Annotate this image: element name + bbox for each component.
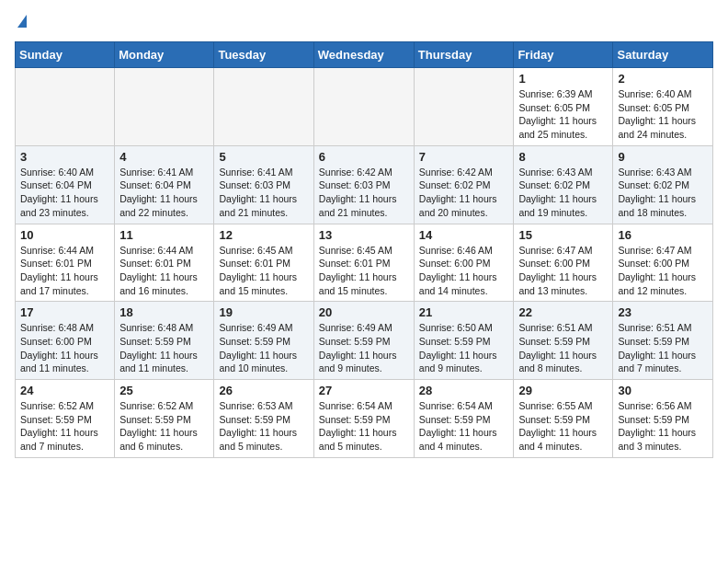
day-info: Sunrise: 6:46 AM Sunset: 6:00 PM Dayligh… [419,244,509,298]
day-number: 26 [219,384,308,397]
day-number: 12 [219,228,308,242]
calendar-cell: 24Sunrise: 6:52 AM Sunset: 5:59 PM Dayli… [16,380,115,458]
day-info: Sunrise: 6:42 AM Sunset: 6:03 PM Dayligh… [319,166,409,220]
day-info: Sunrise: 6:43 AM Sunset: 6:02 PM Dayligh… [618,166,708,220]
calendar-table: SundayMondayTuesdayWednesdayThursdayFrid… [15,41,713,458]
calendar-header: SundayMondayTuesdayWednesdayThursdayFrid… [16,42,713,68]
calendar-cell: 11Sunrise: 6:44 AM Sunset: 6:01 PM Dayli… [115,224,214,302]
day-info: Sunrise: 6:52 AM Sunset: 5:59 PM Dayligh… [20,399,109,454]
day-number: 17 [20,305,109,319]
calendar-cell: 10Sunrise: 6:44 AM Sunset: 6:01 PM Dayli… [16,224,115,302]
day-info: Sunrise: 6:41 AM Sunset: 6:03 PM Dayligh… [219,166,308,220]
calendar-cell: 15Sunrise: 6:47 AM Sunset: 6:00 PM Dayli… [514,224,613,302]
calendar-cell [313,68,414,146]
day-number: 6 [319,150,409,164]
calendar-cell: 28Sunrise: 6:54 AM Sunset: 5:59 PM Dayli… [414,380,514,458]
day-number: 9 [618,150,708,164]
day-info: Sunrise: 6:47 AM Sunset: 6:00 PM Dayligh… [518,244,608,298]
calendar-cell: 18Sunrise: 6:48 AM Sunset: 5:59 PM Dayli… [115,302,214,380]
day-number: 10 [20,228,109,242]
page: SundayMondayTuesdayWednesdayThursdayFrid… [0,0,728,473]
logo [15,15,27,30]
day-info: Sunrise: 6:44 AM Sunset: 6:01 PM Dayligh… [20,244,109,298]
day-info: Sunrise: 6:51 AM Sunset: 5:59 PM Dayligh… [618,321,708,375]
calendar-cell: 16Sunrise: 6:47 AM Sunset: 6:00 PM Dayli… [613,224,713,302]
calendar-week-1: 1Sunrise: 6:39 AM Sunset: 6:05 PM Daylig… [16,68,713,146]
weekday-header-friday: Friday [514,42,613,68]
day-number: 21 [419,305,509,319]
header [15,15,713,30]
day-number: 19 [219,305,308,319]
calendar-cell: 3Sunrise: 6:40 AM Sunset: 6:04 PM Daylig… [16,145,115,224]
calendar-cell: 29Sunrise: 6:55 AM Sunset: 5:59 PM Dayli… [514,380,613,458]
day-info: Sunrise: 6:53 AM Sunset: 5:59 PM Dayligh… [219,399,308,454]
day-number: 23 [618,305,708,319]
day-info: Sunrise: 6:39 AM Sunset: 6:05 PM Dayligh… [518,87,608,142]
calendar-cell: 20Sunrise: 6:49 AM Sunset: 5:59 PM Dayli… [313,302,414,380]
calendar-week-5: 24Sunrise: 6:52 AM Sunset: 5:59 PM Dayli… [16,380,713,458]
calendar-cell: 9Sunrise: 6:43 AM Sunset: 6:02 PM Daylig… [613,145,713,224]
calendar-cell: 7Sunrise: 6:42 AM Sunset: 6:02 PM Daylig… [414,145,514,224]
calendar-cell: 5Sunrise: 6:41 AM Sunset: 6:03 PM Daylig… [214,145,313,224]
day-number: 28 [419,384,509,397]
calendar-cell: 17Sunrise: 6:48 AM Sunset: 6:00 PM Dayli… [16,302,115,380]
calendar-week-2: 3Sunrise: 6:40 AM Sunset: 6:04 PM Daylig… [16,145,713,224]
day-info: Sunrise: 6:45 AM Sunset: 6:01 PM Dayligh… [219,244,308,298]
calendar-cell: 13Sunrise: 6:45 AM Sunset: 6:01 PM Dayli… [313,224,414,302]
day-info: Sunrise: 6:41 AM Sunset: 6:04 PM Dayligh… [119,166,209,220]
calendar-cell: 14Sunrise: 6:46 AM Sunset: 6:00 PM Dayli… [414,224,514,302]
day-info: Sunrise: 6:55 AM Sunset: 5:59 PM Dayligh… [518,399,608,454]
day-number: 27 [319,384,409,397]
day-number: 13 [319,228,409,242]
calendar-cell: 26Sunrise: 6:53 AM Sunset: 5:59 PM Dayli… [214,380,313,458]
day-info: Sunrise: 6:52 AM Sunset: 5:59 PM Dayligh… [119,399,209,454]
day-number: 2 [618,72,708,86]
day-info: Sunrise: 6:40 AM Sunset: 6:05 PM Dayligh… [618,87,708,142]
day-info: Sunrise: 6:45 AM Sunset: 6:01 PM Dayligh… [319,244,409,298]
calendar-week-4: 17Sunrise: 6:48 AM Sunset: 6:00 PM Dayli… [16,302,713,380]
calendar-body: 1Sunrise: 6:39 AM Sunset: 6:05 PM Daylig… [16,68,713,458]
day-info: Sunrise: 6:49 AM Sunset: 5:59 PM Dayligh… [319,321,409,375]
day-number: 3 [20,150,109,164]
day-number: 22 [518,305,608,319]
day-info: Sunrise: 6:51 AM Sunset: 5:59 PM Dayligh… [518,321,608,375]
day-info: Sunrise: 6:47 AM Sunset: 6:00 PM Dayligh… [618,244,708,298]
weekday-header-wednesday: Wednesday [313,42,414,68]
logo-triangle-icon [17,15,27,28]
weekday-header-thursday: Thursday [414,42,514,68]
calendar-cell: 27Sunrise: 6:54 AM Sunset: 5:59 PM Dayli… [313,380,414,458]
day-number: 16 [618,228,708,242]
calendar-week-3: 10Sunrise: 6:44 AM Sunset: 6:01 PM Dayli… [16,224,713,302]
calendar-cell: 25Sunrise: 6:52 AM Sunset: 5:59 PM Dayli… [115,380,214,458]
calendar-cell [16,68,115,146]
day-number: 20 [319,305,409,319]
weekday-header-tuesday: Tuesday [214,42,313,68]
calendar-cell: 2Sunrise: 6:40 AM Sunset: 6:05 PM Daylig… [613,68,713,146]
calendar-cell: 23Sunrise: 6:51 AM Sunset: 5:59 PM Dayli… [613,302,713,380]
day-info: Sunrise: 6:54 AM Sunset: 5:59 PM Dayligh… [419,399,509,454]
day-number: 11 [119,228,209,242]
weekday-header-row: SundayMondayTuesdayWednesdayThursdayFrid… [16,42,713,68]
calendar-cell [214,68,313,146]
day-number: 15 [518,228,608,242]
day-number: 18 [119,305,209,319]
weekday-header-monday: Monday [115,42,214,68]
day-number: 29 [518,384,608,397]
calendar-cell: 1Sunrise: 6:39 AM Sunset: 6:05 PM Daylig… [514,68,613,146]
day-info: Sunrise: 6:48 AM Sunset: 5:59 PM Dayligh… [119,321,209,375]
calendar-cell: 19Sunrise: 6:49 AM Sunset: 5:59 PM Dayli… [214,302,313,380]
day-info: Sunrise: 6:49 AM Sunset: 5:59 PM Dayligh… [219,321,308,375]
calendar-cell: 4Sunrise: 6:41 AM Sunset: 6:04 PM Daylig… [115,145,214,224]
day-number: 8 [518,150,608,164]
day-info: Sunrise: 6:42 AM Sunset: 6:02 PM Dayligh… [419,166,509,220]
day-info: Sunrise: 6:50 AM Sunset: 5:59 PM Dayligh… [419,321,509,375]
day-number: 1 [518,72,608,86]
weekday-header-sunday: Sunday [16,42,115,68]
day-number: 24 [20,384,109,397]
calendar-cell [115,68,214,146]
calendar-cell: 22Sunrise: 6:51 AM Sunset: 5:59 PM Dayli… [514,302,613,380]
day-number: 30 [618,384,708,397]
calendar-cell: 30Sunrise: 6:56 AM Sunset: 5:59 PM Dayli… [613,380,713,458]
calendar-cell: 6Sunrise: 6:42 AM Sunset: 6:03 PM Daylig… [313,145,414,224]
weekday-header-saturday: Saturday [613,42,713,68]
